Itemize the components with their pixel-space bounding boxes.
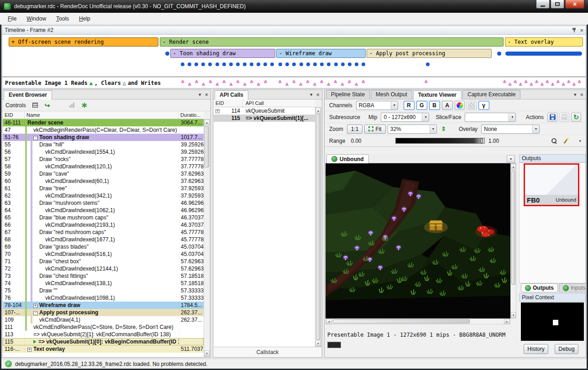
stats-button[interactable] bbox=[67, 101, 77, 110]
timeline-bar[interactable]: - Render scene bbox=[160, 37, 504, 47]
timeline-canvas[interactable]: + Off-screen scene rendering- Render sce… bbox=[2, 35, 586, 77]
api-calls-scrollbar[interactable]: ▴ ▾ bbox=[315, 107, 321, 347]
timeline-bar[interactable]: + Off-screen scene rendering bbox=[9, 37, 158, 47]
event-row[interactable]: 116-...+Text overlay511.7037 bbox=[3, 345, 204, 353]
event-row[interactable]: 66vkCmdDrawIndexed(2193,1)46.37037 bbox=[3, 221, 204, 229]
time-durations-button[interactable] bbox=[55, 101, 65, 110]
draw-dot[interactable] bbox=[299, 63, 303, 66]
scroll-right-icon[interactable]: ▸ bbox=[504, 319, 510, 324]
zoom-dropdown[interactable]: 32%▾ bbox=[388, 125, 437, 134]
draw-dot[interactable] bbox=[313, 63, 317, 66]
draw-dot[interactable] bbox=[278, 63, 282, 66]
column-eid[interactable]: EID bbox=[3, 111, 25, 119]
close-icon[interactable]: × bbox=[580, 27, 583, 33]
draw-marker-bar[interactable] bbox=[505, 52, 582, 56]
tab-texture-viewer[interactable]: Texture Viewer bbox=[413, 90, 462, 99]
menu-help[interactable]: Help bbox=[74, 14, 95, 24]
draw-dot[interactable] bbox=[229, 63, 233, 66]
timeline-bar[interactable]: - Toon shading draw bbox=[170, 49, 275, 58]
minimize-button[interactable] bbox=[536, 0, 550, 9]
draw-marker-dot[interactable] bbox=[165, 52, 169, 56]
menu-file[interactable]: File bbox=[3, 14, 21, 24]
draw-dot[interactable] bbox=[263, 63, 267, 66]
api-call-row[interactable]: 115=> vkQueueSubmit(1)[... bbox=[214, 115, 315, 122]
draw-dot[interactable] bbox=[355, 63, 358, 66]
draw-dot[interactable] bbox=[215, 63, 219, 66]
event-row[interactable]: 115=> vkQueueSubmit(1)[0]: vkBeginComman… bbox=[3, 338, 204, 345]
texture-image-view[interactable] bbox=[326, 163, 510, 318]
event-row[interactable]: 111vkCmdEndRenderPass(C=Store, D=Store, … bbox=[3, 323, 204, 331]
event-row[interactable]: 107-...-Apply post processing262.37... bbox=[3, 309, 204, 316]
event-row[interactable]: 72vkCmdDrawIndexed(12144,1)57.62963 bbox=[3, 265, 204, 272]
draw-dot[interactable] bbox=[236, 63, 240, 66]
texture-vertical-scrollbar[interactable]: ▴ ▾ bbox=[510, 163, 516, 318]
close-icon[interactable]: × bbox=[580, 92, 583, 98]
event-row[interactable]: 58vkCmdDrawIndexed(120,1)37.77778 bbox=[3, 163, 204, 170]
tab-event-browser[interactable]: Event Browser bbox=[4, 90, 52, 99]
alpha-channel-button[interactable]: A bbox=[442, 101, 453, 110]
flip-y-button[interactable] bbox=[439, 125, 449, 134]
column-name[interactable]: Name bbox=[25, 111, 179, 119]
draw-dot[interactable] bbox=[292, 63, 296, 66]
maximize-button[interactable] bbox=[551, 0, 564, 9]
tab-mesh-output[interactable]: Mesh Output bbox=[371, 90, 412, 99]
event-row[interactable]: 76vkCmdDrawIndexed(1098,1)57.33333 bbox=[3, 294, 204, 302]
panel-menu-icon[interactable]: ▾ bbox=[199, 92, 201, 98]
jump-to-eid-button[interactable] bbox=[42, 101, 52, 110]
fb0-thumbnail[interactable]: FB0 Unbound bbox=[524, 163, 579, 206]
history-button[interactable]: History bbox=[524, 344, 548, 354]
tab-inputs[interactable]: Inputs bbox=[559, 283, 586, 292]
draw-marker-dot[interactable] bbox=[497, 52, 501, 56]
scroll-down-icon[interactable]: ▾ bbox=[315, 340, 321, 346]
tab-outputs[interactable]: Outputs bbox=[521, 283, 558, 292]
menu-tools[interactable]: Tools bbox=[51, 14, 74, 24]
event-row[interactable]: 70vkCmdDrawIndexed(516,1)45.03704 bbox=[3, 250, 204, 258]
mip-dropdown[interactable]: 0 - 1272x690▾ bbox=[381, 113, 429, 122]
green-channel-button[interactable]: G bbox=[416, 101, 427, 110]
draw-dot[interactable] bbox=[208, 63, 212, 66]
event-row[interactable]: 59Draw "cave"37.62963 bbox=[3, 170, 204, 177]
menu-window[interactable]: Window bbox=[21, 14, 51, 24]
timeline-header[interactable]: Timeline - Frame #2 × bbox=[2, 26, 586, 35]
column-api-call[interactable]: API Call bbox=[243, 99, 315, 107]
range-fit-button[interactable] bbox=[549, 136, 559, 146]
callstack-section[interactable]: Callstack bbox=[214, 347, 321, 357]
scroll-thumb[interactable] bbox=[333, 319, 470, 323]
event-row[interactable]: 71Draw "chest box"57.62963 bbox=[3, 258, 204, 265]
scroll-down-icon[interactable]: ▾ bbox=[204, 350, 210, 356]
scroll-left-icon[interactable]: ◂ bbox=[326, 319, 332, 324]
expander-icon[interactable]: + bbox=[215, 109, 220, 113]
event-browser-scrollbar[interactable]: ▴ ▾ bbox=[204, 119, 210, 357]
texture-tab-unbound[interactable]: Unbound bbox=[326, 154, 369, 163]
draw-dot[interactable] bbox=[250, 63, 253, 66]
refresh-button[interactable] bbox=[571, 113, 581, 122]
draw-dot[interactable] bbox=[362, 63, 365, 66]
expander-icon[interactable]: + bbox=[27, 348, 31, 352]
gamma-button[interactable]: γ bbox=[478, 101, 489, 110]
draw-dot[interactable] bbox=[188, 63, 191, 66]
panel-menu-icon[interactable]: ▾ bbox=[574, 92, 577, 98]
event-row[interactable]: 68vkCmdDrawIndexed(1677,1)45.77778 bbox=[3, 236, 204, 243]
scroll-thumb[interactable] bbox=[316, 114, 320, 340]
scroll-up-icon[interactable]: ▴ bbox=[204, 120, 210, 125]
toolbar-overflow-icon[interactable]: ▾ bbox=[579, 139, 581, 143]
pin-icon[interactable] bbox=[572, 27, 576, 33]
event-row[interactable]: 109vkCmdDraw(4,1)262.37... bbox=[3, 316, 204, 323]
event-row[interactable]: 55Draw "hill"39.25926 bbox=[3, 141, 204, 148]
draw-dot[interactable] bbox=[222, 63, 226, 66]
event-row[interactable]: 75Draw ""57.33333 bbox=[3, 287, 204, 294]
event-row[interactable]: 62vkCmdDrawIndexed(342,1)37.92593 bbox=[3, 192, 204, 199]
draw-dot[interactable] bbox=[181, 63, 184, 66]
event-row[interactable]: 65Draw "blue mushroom caps"46.37037 bbox=[3, 214, 204, 221]
event-row[interactable]: 61Draw "tree"37.92593 bbox=[3, 185, 204, 192]
texture-list-dropdown[interactable]: ▾ bbox=[507, 155, 515, 162]
slice-face-dropdown[interactable]: ▾ bbox=[465, 113, 516, 122]
timeline-bar[interactable]: - Wireframe draw bbox=[276, 49, 366, 58]
event-row[interactable]: 78-104+Wireframe draw1784.5... bbox=[3, 302, 204, 309]
event-row[interactable]: 73Draw "chest fittings"57.18518 bbox=[3, 272, 204, 280]
red-channel-button[interactable]: R bbox=[404, 101, 415, 110]
event-row[interactable]: 46-111Render scene3064.7... bbox=[3, 119, 204, 126]
bookmark-button[interactable] bbox=[79, 101, 89, 110]
expander-icon[interactable]: + bbox=[33, 304, 37, 308]
timeline-bar[interactable]: - Text overlay bbox=[505, 37, 583, 47]
